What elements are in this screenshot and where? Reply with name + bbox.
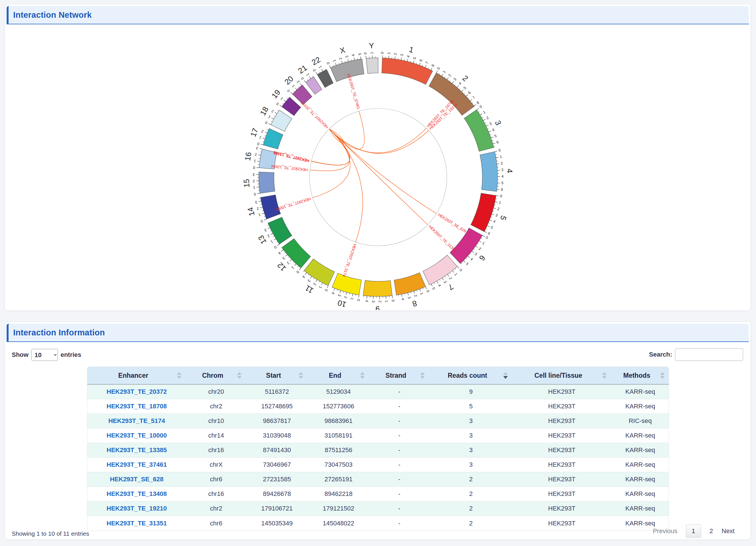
tick-label: 1 <box>267 115 271 119</box>
minor-tick-mark <box>258 165 259 165</box>
interaction-link[interactable] <box>329 111 364 149</box>
chrom-cell: chr20 <box>186 385 246 399</box>
enhancer-link[interactable]: HEK293T_SE_628 <box>110 476 163 483</box>
enhancer-link[interactable]: HEK293T_TE_31351 <box>106 520 167 527</box>
column-label: Enhancer <box>118 372 148 379</box>
cell-line-cell: HEK293T <box>512 443 611 458</box>
column-label: Methods <box>623 372 650 379</box>
column-header-end[interactable]: End <box>308 367 369 385</box>
method-cell: KARR-seq <box>611 428 669 443</box>
interaction-link[interactable] <box>313 129 350 198</box>
minor-tick-mark <box>337 289 338 291</box>
tick-label: 1 <box>318 285 323 289</box>
interaction-link[interactable] <box>329 129 428 225</box>
column-header-cell-line-tissue[interactable]: Cell line/Tissue <box>512 367 611 385</box>
tick-label: 3 <box>489 121 492 126</box>
tick-label: 1 <box>279 96 284 101</box>
previous-page-button[interactable]: Previous <box>653 527 678 535</box>
minor-tick-mark <box>488 223 490 224</box>
enhancer-link[interactable]: HEK293T_TE_10000 <box>106 432 167 439</box>
column-header-strand[interactable]: Strand <box>369 367 429 385</box>
next-page-button[interactable]: Next <box>722 527 735 535</box>
tick-label: 8 <box>431 64 435 67</box>
enhancer-link[interactable]: HEK293T_TE_18708 <box>106 403 167 410</box>
tick-label: 2 <box>253 179 255 184</box>
column-label: End <box>329 372 341 379</box>
chromosome-17: 01217 <box>249 127 283 149</box>
table-row: HEK293T_TE_5174chr109863781798683961-3HE… <box>87 414 669 428</box>
strand-cell: - <box>369 487 429 501</box>
search-input[interactable] <box>675 348 743 361</box>
strand-cell: - <box>369 385 429 399</box>
column-header-reads-count[interactable]: Reads count <box>429 367 512 385</box>
minor-tick-mark <box>260 152 261 152</box>
method-cell: KARR-seq <box>611 443 669 458</box>
interaction-link[interactable] <box>329 129 436 214</box>
tick-mark <box>272 118 274 119</box>
tick-label: 6 <box>487 231 491 236</box>
sort-icon <box>299 372 303 379</box>
chromosome-name: 6 <box>477 254 487 262</box>
page-button-1[interactable]: 1 <box>686 525 701 538</box>
column-label: Cell line/Tissue <box>534 372 582 379</box>
tick-mark <box>268 228 270 229</box>
interaction-link[interactable] <box>329 128 426 153</box>
tick-label: 3 <box>255 200 258 205</box>
panel-title-info: Interaction Information <box>13 328 105 337</box>
enhancer-cell: HEK293T_TE_10000 <box>87 428 186 443</box>
tick-mark <box>290 259 292 261</box>
tick-mark <box>291 92 292 94</box>
tick-label: 1 <box>384 300 389 302</box>
tick-label: 1 <box>386 52 391 55</box>
tick-label: 2 <box>343 295 348 299</box>
search-control: Search: <box>649 348 743 361</box>
minor-tick-mark <box>496 199 497 199</box>
enhancer-link[interactable]: HEK293T_TE_19210 <box>106 505 167 512</box>
column-header-methods[interactable]: Methods <box>611 367 669 385</box>
enhancer-link[interactable]: HEK293T_TE_20372 <box>106 388 167 395</box>
tick-mark <box>401 58 402 60</box>
strand-cell: - <box>369 472 429 487</box>
cell-line-cell: HEK293T <box>512 399 611 414</box>
tick-mark <box>489 220 492 221</box>
column-header-chrom[interactable]: Chrom <box>186 367 246 385</box>
enhancer-link[interactable]: HEK293T_TE_5174 <box>108 417 165 424</box>
tick-label: 2 <box>378 300 382 302</box>
page-size-select[interactable]: 10 <box>31 349 58 361</box>
tick-label: 1 <box>258 135 262 140</box>
enhancer-label: HEK293T_TE_20372 <box>300 101 329 129</box>
tick-mark <box>280 105 282 107</box>
tick-mark <box>321 69 323 72</box>
page-button-2[interactable]: 2 <box>710 527 713 535</box>
tick-mark <box>264 219 266 220</box>
table-body: HEK293T_TE_20372chr2051163725129034-9HEK… <box>87 385 669 531</box>
minor-tick-mark <box>313 278 314 279</box>
enhancer-label: HEK293T_TE_13408 <box>273 150 310 163</box>
tick-label: 7 <box>471 95 476 100</box>
minor-tick-mark <box>445 276 446 277</box>
chromosome-name: 18 <box>258 105 270 117</box>
chromosome-band <box>263 129 283 149</box>
minor-tick-mark <box>278 110 279 111</box>
enhancer-link[interactable]: HEK293T_TE_13385 <box>106 446 167 454</box>
strand-cell: - <box>369 443 429 458</box>
enhancer-link[interactable]: HEK293T_TE_37461 <box>106 461 167 468</box>
table-row: HEK293T_TE_13385chr168749143087511256-3H… <box>87 443 669 458</box>
column-header-enhancer[interactable]: Enhancer <box>87 367 186 385</box>
tick-mark <box>285 255 287 257</box>
tick-mark <box>262 138 265 139</box>
tick-label: 2 <box>413 294 418 297</box>
tick-label: 2 <box>254 152 257 157</box>
minor-tick-mark <box>271 121 272 122</box>
interaction-link[interactable] <box>329 129 429 153</box>
chromosome-name: X <box>339 46 346 55</box>
strand-cell: - <box>369 458 429 472</box>
minor-tick-mark <box>411 292 411 293</box>
enhancer-link[interactable]: HEK293T_TE_13408 <box>106 490 167 497</box>
tick-mark <box>316 279 317 282</box>
minor-tick-mark <box>492 141 493 141</box>
interaction-link[interactable] <box>329 129 363 242</box>
minor-tick-mark <box>490 135 491 135</box>
tick-label: 1 <box>305 73 310 77</box>
column-header-start[interactable]: Start <box>246 367 308 385</box>
